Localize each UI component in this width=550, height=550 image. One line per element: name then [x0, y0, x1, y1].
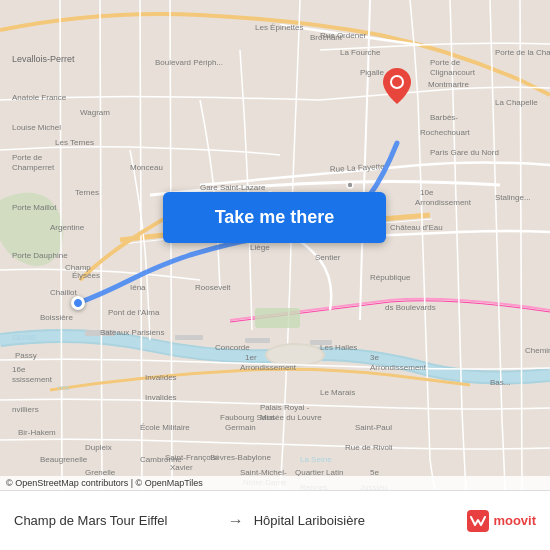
svg-text:Chaillot: Chaillot — [50, 288, 77, 297]
svg-text:Dupleix: Dupleix — [85, 443, 112, 452]
svg-text:ssissement: ssissement — [12, 375, 53, 384]
svg-text:Bateaux Parisiens: Bateaux Parisiens — [100, 328, 164, 337]
destination-marker — [383, 68, 411, 108]
map-container: Levallois-Perret Anatole France Louise M… — [0, 0, 550, 490]
svg-text:Rue de Rivoli: Rue de Rivoli — [345, 443, 393, 452]
svg-text:Arrondissement: Arrondissement — [415, 198, 472, 207]
svg-point-6 — [267, 345, 323, 365]
svg-text:Sentier: Sentier — [315, 253, 341, 262]
svg-text:Le Marais: Le Marais — [320, 388, 355, 397]
svg-text:Porte de la Chapelle: Porte de la Chapelle — [495, 48, 550, 57]
svg-point-10 — [347, 182, 353, 188]
svg-text:1er: 1er — [245, 353, 257, 362]
svg-text:Germain: Germain — [225, 423, 256, 432]
moovit-brand-label: moovit — [493, 513, 536, 528]
svg-text:Xavier: Xavier — [170, 463, 193, 472]
svg-text:Concorde: Concorde — [215, 343, 250, 352]
svg-point-98 — [392, 77, 402, 87]
svg-text:10e: 10e — [420, 188, 434, 197]
svg-text:ons: ons — [58, 384, 70, 391]
svg-text:Arrondissement: Arrondissement — [370, 363, 427, 372]
svg-text:Les Ternes: Les Ternes — [55, 138, 94, 147]
svg-text:Rue Ordener: Rue Ordener — [320, 31, 367, 40]
svg-text:Wagram: Wagram — [80, 108, 110, 117]
svg-text:Bir-Hakem: Bir-Hakem — [18, 428, 56, 437]
svg-text:Porte Dauphine: Porte Dauphine — [12, 251, 68, 260]
svg-text:nvilliers: nvilliers — [12, 405, 39, 414]
moovit-icon — [467, 510, 489, 532]
svg-text:Pigalle: Pigalle — [360, 68, 385, 77]
svg-text:Porte Maillot: Porte Maillot — [12, 203, 57, 212]
svg-text:3e: 3e — [370, 353, 379, 362]
from-location: Champ de Mars Tour Eiffel — [14, 513, 218, 528]
svg-text:Les Épinettes: Les Épinettes — [255, 23, 303, 32]
map-attribution: © OpenStreetMap contributors | © OpenMap… — [0, 476, 550, 490]
svg-text:Barbès-: Barbès- — [430, 113, 458, 122]
svg-text:Sèvres-Babylone: Sèvres-Babylone — [210, 453, 271, 462]
svg-rect-7 — [255, 308, 300, 328]
moovit-logo: moovit — [467, 510, 536, 532]
svg-text:Anatole France: Anatole France — [12, 93, 67, 102]
svg-text:La Fourche: La Fourche — [340, 48, 381, 57]
svg-text:Pont de l'Alma: Pont de l'Alma — [108, 308, 160, 317]
to-location: Hôpital Lariboisière — [254, 513, 458, 528]
svg-text:SEINE: SEINE — [12, 333, 36, 342]
svg-text:École Militaire: École Militaire — [140, 423, 190, 432]
svg-text:Levallois-Perret: Levallois-Perret — [12, 54, 75, 64]
svg-text:Clignancourt: Clignancourt — [430, 68, 476, 77]
svg-text:Champerret: Champerret — [12, 163, 55, 172]
svg-text:Argentine: Argentine — [50, 223, 85, 232]
svg-text:Saint-Paul: Saint-Paul — [355, 423, 392, 432]
svg-text:Beaugrenelle: Beaugrenelle — [40, 455, 88, 464]
svg-text:Gare Saint-Lazare: Gare Saint-Lazare — [200, 183, 266, 192]
bottom-bar: Champ de Mars Tour Eiffel → Hôpital Lari… — [0, 490, 550, 550]
svg-rect-2 — [175, 335, 203, 340]
svg-text:Élysées: Élysées — [72, 271, 100, 280]
svg-text:Les Halles: Les Halles — [320, 343, 357, 352]
svg-text:ds Boulevards: ds Boulevards — [385, 303, 436, 312]
svg-text:Porte de: Porte de — [430, 58, 461, 67]
svg-text:Iéna: Iéna — [130, 283, 146, 292]
svg-text:La Chapelle: La Chapelle — [495, 98, 538, 107]
svg-text:Musée du Louvre: Musée du Louvre — [260, 413, 322, 422]
svg-text:Bas...: Bas... — [490, 378, 510, 387]
svg-text:16e: 16e — [12, 365, 26, 374]
take-me-there-button[interactable]: Take me there — [163, 192, 386, 243]
svg-text:Montmartre: Montmartre — [428, 80, 469, 89]
svg-text:Invalides: Invalides — [145, 373, 177, 382]
svg-text:Paris Gare du Nord: Paris Gare du Nord — [430, 148, 499, 157]
svg-text:Porte de: Porte de — [12, 153, 43, 162]
svg-text:Château d'Eau: Château d'Eau — [390, 223, 443, 232]
svg-text:Arrondissement: Arrondissement — [240, 363, 297, 372]
route-arrow-icon: → — [228, 512, 244, 530]
origin-marker — [71, 296, 85, 310]
svg-text:Passy: Passy — [15, 351, 37, 360]
svg-text:Stalinge...: Stalinge... — [495, 193, 531, 202]
svg-text:Chemin: Chemin — [525, 346, 550, 355]
svg-text:Palais Royal -: Palais Royal - — [260, 403, 310, 412]
svg-text:Louise Michel: Louise Michel — [12, 123, 61, 132]
svg-text:Monceau: Monceau — [130, 163, 163, 172]
svg-text:Ternes: Ternes — [75, 188, 99, 197]
svg-text:Rochechouart: Rochechouart — [420, 128, 471, 137]
svg-text:Boissière: Boissière — [40, 313, 73, 322]
svg-text:Invalides: Invalides — [145, 393, 177, 402]
svg-text:Liège: Liège — [250, 243, 270, 252]
svg-text:Roosevelt: Roosevelt — [195, 283, 231, 292]
svg-text:Boulevard Périph...: Boulevard Périph... — [155, 58, 223, 67]
svg-text:La Seine: La Seine — [300, 455, 332, 464]
svg-text:République: République — [370, 273, 411, 282]
